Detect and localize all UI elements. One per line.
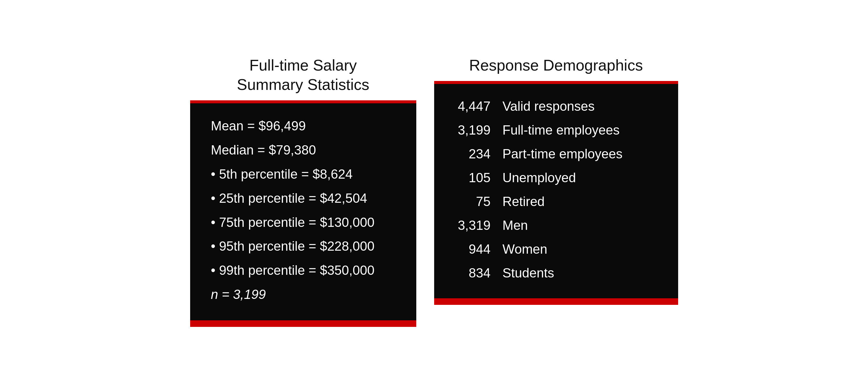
- salary-summary-box: Mean = $96,499Median = $79,380• 5th perc…: [190, 100, 416, 320]
- demo-number: 834: [455, 265, 491, 281]
- demo-label: Students: [503, 265, 554, 281]
- demo-number: 234: [455, 146, 491, 161]
- demo-label: Valid responses: [503, 99, 595, 114]
- page-container: Full-time SalarySummary Statistics Mean …: [166, 44, 702, 332]
- demo-number: 75: [455, 194, 491, 209]
- salary-stat-item: • 95th percentile = $228,000: [211, 238, 396, 254]
- demographics-title: Response Demographics: [469, 56, 643, 75]
- demo-row: 834Students: [455, 265, 657, 281]
- salary-stats-list: Mean = $96,499Median = $79,380• 5th perc…: [211, 118, 396, 278]
- demographics-list: 4,447Valid responses3,199Full-time emplo…: [455, 99, 657, 281]
- demo-number: 944: [455, 242, 491, 257]
- demo-row: 234Part-time employees: [455, 146, 657, 161]
- salary-stat-item: • 99th percentile = $350,000: [211, 263, 396, 278]
- demo-row: 3,199Full-time employees: [455, 123, 657, 138]
- salary-n-value: n = 3,199: [211, 287, 396, 302]
- demographics-box: 4,447Valid responses3,199Full-time emplo…: [434, 81, 678, 298]
- demo-label: Unemployed: [503, 170, 576, 185]
- demo-label: Full-time employees: [503, 123, 620, 138]
- salary-stat-item: • 5th percentile = $8,624: [211, 166, 396, 182]
- salary-stat-item: • 25th percentile = $42,504: [211, 191, 396, 206]
- salary-stat-item: Mean = $96,499: [211, 118, 396, 134]
- salary-summary-title: Full-time SalarySummary Statistics: [237, 56, 369, 94]
- demo-number: 105: [455, 170, 491, 185]
- demographics-panel: Response Demographics 4,447Valid respons…: [434, 56, 678, 298]
- demo-number: 4,447: [455, 99, 491, 114]
- demo-row: 75Retired: [455, 194, 657, 209]
- demo-label: Women: [503, 242, 548, 257]
- demo-row: 944Women: [455, 242, 657, 257]
- salary-stat-item: Median = $79,380: [211, 142, 396, 158]
- demo-label: Men: [503, 218, 528, 233]
- demo-row: 105Unemployed: [455, 170, 657, 185]
- demo-number: 3,319: [455, 218, 491, 233]
- demo-number: 3,199: [455, 123, 491, 138]
- salary-stat-item: • 75th percentile = $130,000: [211, 215, 396, 230]
- demo-label: Retired: [503, 194, 545, 209]
- demo-row: 3,319Men: [455, 218, 657, 233]
- demo-label: Part-time employees: [503, 146, 622, 161]
- salary-summary-panel: Full-time SalarySummary Statistics Mean …: [190, 56, 416, 320]
- demo-row: 4,447Valid responses: [455, 99, 657, 114]
